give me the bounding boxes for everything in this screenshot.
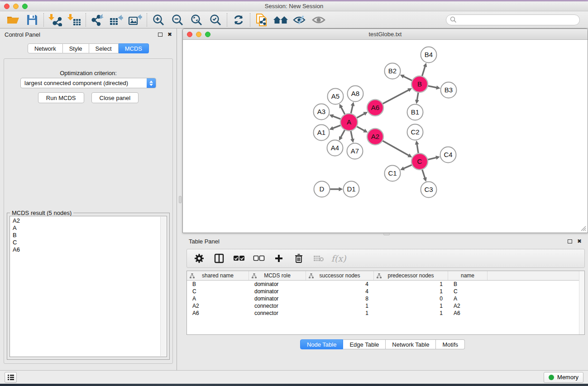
column-header-MCDS-role[interactable]: MCDS role (249, 271, 306, 280)
close-table-panel-icon[interactable]: ✖ (577, 238, 582, 244)
table-cell[interactable]: C (187, 288, 249, 295)
table-cell[interactable]: 1 (374, 303, 448, 309)
close-panel-button[interactable]: Close panel (91, 92, 139, 103)
graph-edge-B-B2[interactable] (403, 76, 412, 81)
export-network-button[interactable] (88, 13, 107, 27)
optimization-criterion-select[interactable]: largest connected component (directed) (20, 78, 156, 88)
resize-grip-icon[interactable] (580, 225, 586, 231)
network-window-titlebar[interactable]: testGlobe.txt (183, 29, 588, 40)
zoom-selected-button[interactable] (206, 13, 225, 27)
table-cell[interactable]: 4 (306, 288, 374, 295)
graph-edge-A-A5[interactable] (341, 107, 345, 114)
table-cell[interactable]: connector (249, 303, 306, 309)
table-cell[interactable]: 8 (306, 295, 374, 302)
table-cell[interactable]: B (187, 281, 249, 287)
tab-network[interactable]: Network (28, 43, 63, 53)
close-panel-icon[interactable]: ✖ (167, 32, 172, 37)
graph-edge-A2-C[interactable] (382, 141, 409, 156)
table-cell[interactable]: dominator (249, 295, 306, 302)
table-row[interactable]: Adominator80A (187, 295, 584, 302)
deselect-all-button[interactable] (252, 252, 266, 265)
run-mcds-button[interactable]: Run MCDS (38, 92, 84, 103)
search-input[interactable] (459, 17, 576, 23)
delete-row-button[interactable] (292, 252, 306, 265)
save-session-button[interactable] (23, 13, 42, 27)
table-scrollbar[interactable] (579, 271, 584, 334)
delete-table-button[interactable] (312, 252, 325, 265)
graph-edge-B-B1[interactable] (417, 92, 418, 100)
show-panels-button[interactable] (309, 13, 328, 27)
column-header-name[interactable]: name (448, 271, 488, 280)
tab-node-table[interactable]: Node Table (300, 339, 344, 349)
table-cell[interactable]: 1 (374, 281, 448, 287)
table-cell[interactable]: dominator (249, 288, 306, 295)
result-list-item[interactable]: A6 (13, 246, 164, 253)
splitter-handle-vertical[interactable] (179, 196, 182, 203)
graph-edge-A-A4[interactable] (341, 130, 345, 138)
graph-edge-B-B3[interactable] (428, 86, 437, 88)
table-cell[interactable]: 0 (374, 295, 448, 302)
table-settings-button[interactable] (192, 252, 206, 265)
show-columns-button[interactable] (212, 252, 226, 265)
table-cell[interactable]: dominator (249, 281, 306, 287)
tab-style[interactable]: Style (63, 43, 89, 53)
table-cell[interactable]: B (448, 281, 488, 287)
import-table-button[interactable] (65, 13, 84, 27)
tab-network-table[interactable]: Network Table (386, 339, 436, 349)
graph-edge-A6-B[interactable] (382, 90, 409, 104)
float-table-panel-icon[interactable] (568, 239, 572, 243)
table-cell[interactable]: A (187, 295, 249, 302)
column-header-predecessor-nodes[interactable]: predecessor nodes (374, 271, 448, 280)
add-row-button[interactable] (272, 252, 286, 265)
select-all-button[interactable] (232, 252, 246, 265)
column-header-successor-nodes[interactable]: successor nodes (306, 271, 374, 280)
graph-edge-A-A7[interactable] (351, 131, 353, 139)
table-row[interactable]: A2connector11A2 (187, 302, 584, 310)
network-canvas[interactable]: B4B2BB3A5A8A6B1A3AC2A1A2A4A7C4CC1C3DD1 (183, 40, 587, 232)
table-cell[interactable]: 1 (306, 303, 374, 309)
table-row[interactable]: Bdominator41B (187, 281, 584, 288)
zoom-in-button[interactable] (149, 13, 168, 27)
table-cell[interactable]: A2 (448, 303, 488, 309)
table-cell[interactable]: A6 (448, 310, 488, 316)
table-row[interactable]: Cdominator41C (187, 288, 584, 295)
result-list-item[interactable]: B (13, 232, 164, 239)
zoom-out-button[interactable] (168, 13, 187, 27)
hide-panels-button[interactable] (290, 13, 309, 27)
tab-select[interactable]: Select (89, 43, 119, 53)
graph-edge-C-C2[interactable] (417, 144, 418, 153)
graph-edge-A-A2[interactable] (357, 126, 365, 131)
duplicate-network-button[interactable] (252, 13, 271, 27)
import-network-button[interactable] (46, 13, 65, 27)
result-list-item[interactable]: C (13, 239, 164, 246)
table-cell[interactable]: A6 (187, 310, 249, 316)
show-tasks-button[interactable] (5, 372, 17, 383)
graph-edge-A-A8[interactable] (351, 105, 353, 114)
home-button[interactable] (271, 13, 290, 27)
graph-edge-A-A1[interactable] (333, 125, 341, 129)
node-table[interactable]: shared nameMCDS rolesuccessor nodesprede… (186, 271, 585, 335)
table-cell[interactable]: 1 (374, 310, 448, 316)
export-image-button[interactable] (126, 13, 145, 27)
tab-motifs[interactable]: Motifs (436, 339, 465, 349)
tab-edge-table[interactable]: Edge Table (343, 339, 386, 349)
table-cell[interactable]: A2 (187, 303, 249, 309)
table-cell[interactable]: 1 (374, 288, 448, 295)
table-row[interactable]: A6connector11A6 (187, 310, 584, 317)
table-cell[interactable]: 4 (306, 281, 374, 287)
result-list-scrollbar[interactable] (160, 217, 166, 356)
open-session-button[interactable] (4, 13, 23, 27)
tab-mcds[interactable]: MCDS (119, 43, 149, 53)
memory-button[interactable]: Memory (544, 372, 583, 383)
zoom-fit-button[interactable] (187, 13, 206, 27)
network-graph[interactable]: B4B2BB3A5A8A6B1A3AC2A1A2A4A7C4CC1C3DD1 (183, 40, 587, 232)
table-cell[interactable]: 1 (306, 310, 374, 316)
table-cell[interactable]: connector (249, 310, 306, 316)
graph-edge-C-C4[interactable] (428, 157, 437, 160)
function-builder-button[interactable]: f(x) (332, 252, 345, 265)
mcds-result-list[interactable]: A2ABCA6 (10, 216, 167, 357)
float-panel-icon[interactable] (158, 33, 163, 37)
graph-edge-A-A6[interactable] (357, 114, 365, 118)
result-list-item[interactable]: A2 (13, 217, 164, 224)
column-header-shared-name[interactable]: shared name (187, 271, 249, 280)
